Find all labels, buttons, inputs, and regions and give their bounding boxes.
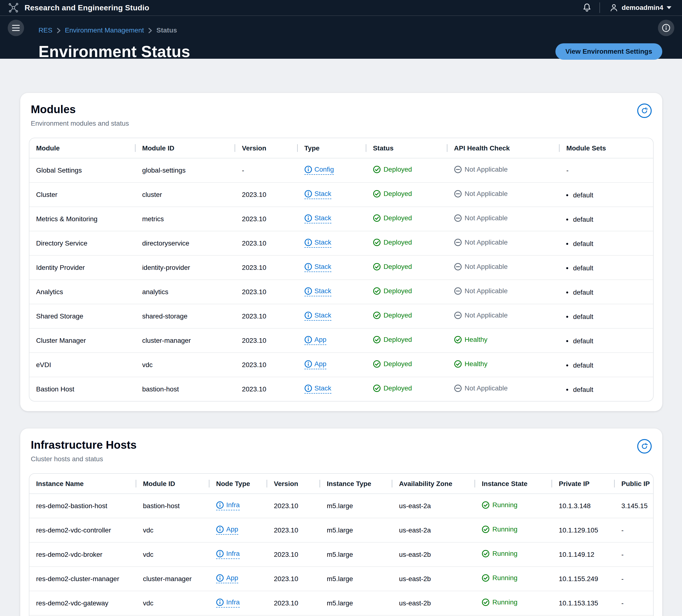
column-header: Private IP <box>552 474 615 494</box>
status-indicator: Not Applicable <box>454 263 508 270</box>
info-icon <box>304 360 312 368</box>
table-cell: res-demo2-bastion-host <box>29 494 136 518</box>
hosts-refresh-button[interactable] <box>637 439 652 454</box>
column-header: Instance Type <box>320 474 392 494</box>
caret-down-icon <box>666 6 672 9</box>
bullet-icon <box>566 340 568 342</box>
table-cell: 2023.10 <box>235 182 297 207</box>
cell-text: 10.1.149.12 <box>559 551 594 558</box>
info-link[interactable]: App <box>216 526 238 535</box>
status-indicator: Not Applicable <box>454 311 508 319</box>
cell-text: 2023.10 <box>242 312 266 320</box>
info-link[interactable]: Stack <box>304 287 332 296</box>
cell-text: identity-provider <box>142 264 190 271</box>
info-icon <box>304 384 312 392</box>
status-indicator: Not Applicable <box>454 214 508 222</box>
status-indicator: Deployed <box>373 287 412 295</box>
modules-table: ModuleModule IDVersionTypeStatusAPI Heal… <box>29 138 653 401</box>
table-cell: Directory Service <box>29 231 135 256</box>
table-cell: Config <box>298 158 366 182</box>
column-header: Module ID <box>136 474 209 494</box>
cell-text: 2023.10 <box>242 191 266 198</box>
user-menu-button[interactable]: demoadmin4 <box>607 3 674 13</box>
bullet-icon <box>566 194 568 196</box>
info-link[interactable]: App <box>304 336 326 345</box>
cell-text: 2023.10 <box>274 575 298 582</box>
cell-text: cluster-manager <box>143 575 191 582</box>
success-icon <box>373 263 381 270</box>
status-indicator: Not Applicable <box>454 166 508 173</box>
table-cell: Infra <box>209 591 267 615</box>
table-cell: - <box>615 567 654 591</box>
table-cell: default <box>560 182 653 207</box>
info-link[interactable]: Stack <box>304 263 332 272</box>
info-panel-button[interactable] <box>658 20 674 36</box>
cell-text: res-demo2-cluster-manager <box>36 575 119 582</box>
cell-text: 2023.10 <box>242 215 266 223</box>
cell-text: vdc <box>143 599 154 607</box>
cell-text: Cluster <box>36 191 58 198</box>
info-link[interactable]: Infra <box>216 501 240 510</box>
hosts-table: Instance NameModule IDNode TypeVersionIn… <box>29 474 654 616</box>
status-indicator: Not Applicable <box>454 239 508 246</box>
table-cell: res-demo2-cluster-manager <box>29 567 136 591</box>
info-link[interactable]: Stack <box>304 239 332 248</box>
column-header: Status <box>366 138 447 158</box>
cell-text: 2023.10 <box>242 240 266 247</box>
column-header: Availability Zone <box>392 474 475 494</box>
info-link[interactable]: Infra <box>216 598 240 608</box>
page-header: RES Environment Management Status Enviro… <box>0 16 682 62</box>
table-cell: 10.1.3.148 <box>552 494 615 518</box>
cell-text: cluster-manager <box>142 337 191 344</box>
bullet-icon <box>566 365 568 366</box>
table-cell: Running <box>475 542 552 567</box>
table-cell: metrics <box>135 207 235 231</box>
refresh-icon <box>641 107 648 114</box>
info-icon <box>216 526 224 533</box>
info-link[interactable]: Stack <box>304 214 332 223</box>
info-link[interactable]: App <box>216 574 238 583</box>
modules-refresh-button[interactable] <box>637 104 652 118</box>
cell-text: eVDI <box>36 361 51 369</box>
success-icon <box>482 550 490 557</box>
status-indicator: Deployed <box>373 360 412 368</box>
info-icon <box>216 598 224 606</box>
table-cell: Stack <box>298 377 366 401</box>
cell-text: cluster <box>142 191 162 198</box>
status-indicator: Deployed <box>373 166 412 173</box>
cell-text: us-east-2a <box>399 526 431 534</box>
notifications-button[interactable] <box>581 2 593 14</box>
side-nav-toggle-button[interactable] <box>8 20 24 36</box>
table-cell: us-east-2a <box>392 518 475 542</box>
cell-text: res-demo2-vdc-gateway <box>36 599 108 607</box>
cell-text: - <box>621 526 623 534</box>
cell-text: vdc <box>143 551 154 558</box>
info-link[interactable]: Stack <box>304 384 332 394</box>
breadcrumb-link-res[interactable]: RES <box>39 25 52 35</box>
table-cell: vdc <box>136 518 209 542</box>
info-link[interactable]: Infra <box>216 550 240 559</box>
table-cell: Metrics & Monitoring <box>29 207 135 231</box>
column-header: API Health Check <box>447 138 560 158</box>
table-cell: eVDI <box>29 353 135 377</box>
bullet-icon <box>566 267 568 269</box>
table-cell: Identity Provider <box>29 256 135 280</box>
cell-text: 2023.10 <box>274 502 298 510</box>
table-cell: vdc <box>136 542 209 567</box>
table-cell: - <box>560 158 653 182</box>
table-row: res-demo2-vdc-controllervdcApp2023.10m5.… <box>29 518 654 542</box>
table-cell: us-east-2b <box>392 567 475 591</box>
info-link[interactable]: Config <box>304 166 334 175</box>
info-icon <box>304 214 312 222</box>
not-applicable-icon <box>454 287 462 295</box>
table-row: res-demo2-vdc-gatewayvdcInfra2023.10m5.l… <box>29 591 654 615</box>
info-link[interactable]: Stack <box>304 311 332 321</box>
info-link[interactable]: Stack <box>304 190 332 199</box>
view-environment-settings-button[interactable]: View Environment Settings <box>555 43 662 60</box>
table-cell: 2023.10 <box>267 494 320 518</box>
table-cell: Stack <box>298 256 366 280</box>
module-set-item: default <box>566 337 593 345</box>
info-link[interactable]: App <box>304 360 326 369</box>
cell-text: Global Settings <box>36 167 82 174</box>
breadcrumb-link-environment-management[interactable]: Environment Management <box>65 25 144 35</box>
